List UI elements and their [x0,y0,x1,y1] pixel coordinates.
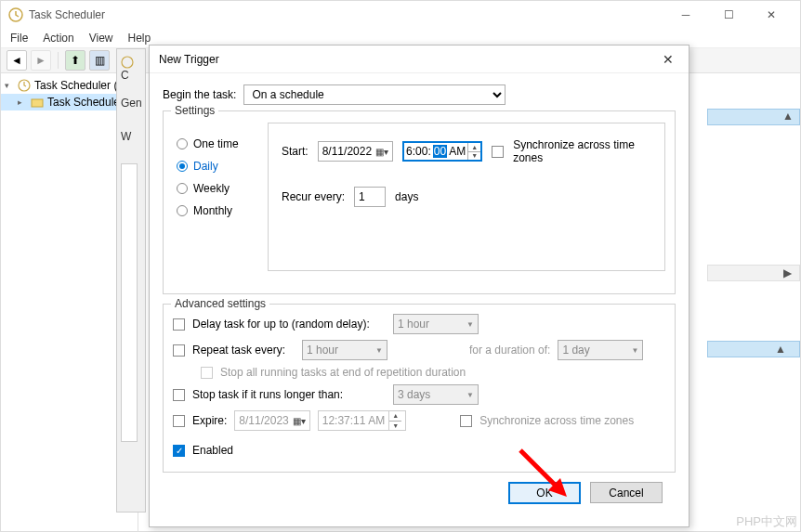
maximize-button[interactable]: ☐ [707,1,750,29]
sync-tz2-checkbox [460,415,472,427]
expand-icon[interactable]: ▸ [18,97,27,107]
advanced-group: Advanced settings Delay task for up to (… [163,304,676,473]
advanced-legend: Advanced settings [171,297,269,310]
settings-group: Settings One time Daily Weekly Monthly S… [163,110,676,294]
dialog-title: New Trigger [159,53,657,66]
start-time-seconds[interactable]: 00 [433,145,447,158]
radio-monthly[interactable]: Monthly [177,204,239,217]
sync-tz-checkbox[interactable] [492,146,504,158]
stop-if-label: Stop task if it runs longer than: [192,388,386,401]
repeat-checkbox[interactable] [173,344,185,357]
recur-input[interactable] [354,187,386,207]
delay-combo[interactable]: 1 hour▼ [393,314,479,334]
panel-button[interactable]: ▥ [89,50,110,71]
window-title: Task Scheduler [29,8,664,21]
folder-icon [31,96,44,109]
underlying-dialog: C Gen W [116,48,146,513]
delay-checkbox[interactable] [173,318,185,331]
start-label: Start: [282,145,309,158]
radio-weekly[interactable]: Weekly [177,182,239,195]
menu-action[interactable]: Action [43,32,73,45]
duration-combo[interactable]: 1 day▼ [558,340,643,360]
expire-checkbox[interactable] [173,415,185,427]
app-icon [8,7,23,22]
recur-unit: days [395,190,418,203]
close-button[interactable]: ✕ [750,1,793,29]
svg-point-3 [122,57,133,68]
begin-task-label: Begin the task: [163,88,236,101]
expire-time-field: 12:37:11 AM ▲▼ [318,410,406,431]
title-bar: Task Scheduler ─ ☐ ✕ [1,1,800,29]
cancel-button[interactable]: Cancel [590,482,663,503]
start-time-field[interactable]: 6:00:00 AM ▲▼ [402,141,482,162]
start-date-value: 8/11/2022 [322,145,372,158]
expire-date-field: 8/11/2023▦▾ [234,410,309,431]
radio-one-time[interactable]: One time [177,137,239,150]
schedule-radios: One time Daily Weekly Monthly [177,137,239,217]
enabled-checkbox[interactable] [173,445,185,457]
menu-view[interactable]: View [89,32,113,45]
new-trigger-dialog: New Trigger ✕ Begin the task: On a sched… [149,45,689,527]
back-button[interactable]: ◄ [7,50,27,71]
settings-legend: Settings [171,104,218,117]
expire-label: Expire: [192,414,227,427]
enabled-label: Enabled [192,444,233,457]
delay-label: Delay task for up to (random delay): [192,318,386,331]
stop-all-label: Stop all running tasks at end of repetit… [220,366,466,379]
repeat-label: Repeat task every: [192,344,295,357]
underlying-c: C [121,69,129,82]
tree-child-label: Task Schedule [47,96,120,109]
dialog-title-bar: New Trigger ✕ [150,45,689,73]
up-button[interactable]: ⬆ [65,50,85,71]
start-date-field[interactable]: 8/11/2022 ▦▾ [318,141,393,162]
actions-header: ▲ [707,109,800,125]
underlying-gen: Gen [121,97,141,110]
repeat-combo[interactable]: 1 hour▼ [302,340,387,360]
forward-button[interactable]: ► [31,50,51,71]
scheduler-icon [18,79,31,92]
underlying-w: W [121,130,141,143]
dialog-close-button[interactable]: ✕ [657,48,679,71]
recur-label: Recur every: [282,190,345,203]
stop-if-checkbox[interactable] [173,389,185,401]
menu-file[interactable]: File [10,32,28,45]
ok-button[interactable]: OK [508,482,581,504]
time-spinner[interactable]: ▲▼ [467,143,480,160]
actions-row[interactable]: ▶ [707,265,800,281]
dialog-buttons: OK Cancel [163,473,676,504]
menu-help[interactable]: Help [128,32,151,45]
stop-all-checkbox [201,367,213,379]
minimize-button[interactable]: ─ [664,1,707,29]
radio-daily[interactable]: Daily [177,160,239,173]
svg-rect-2 [32,99,43,107]
window-controls: ─ ☐ ✕ [664,1,793,29]
actions-header-2: ▲ [707,341,800,357]
tree-root-label: Task Scheduler (L [34,79,124,92]
calendar-icon[interactable]: ▦▾ [375,147,388,157]
begin-task-select[interactable]: On a schedule [243,84,506,105]
sync-tz-label: Synchronize across time zones [513,138,651,164]
watermark: PHP中文网 [736,513,797,530]
duration-label: for a duration of: [469,344,550,357]
stop-if-combo[interactable]: 3 days▼ [393,384,479,405]
schedule-details: Start: 8/11/2022 ▦▾ 6:00:00 AM ▲▼ Synchr… [268,123,665,271]
sync-tz2-label: Synchronize across time zones [479,414,634,427]
expand-icon[interactable]: ▾ [5,81,14,90]
